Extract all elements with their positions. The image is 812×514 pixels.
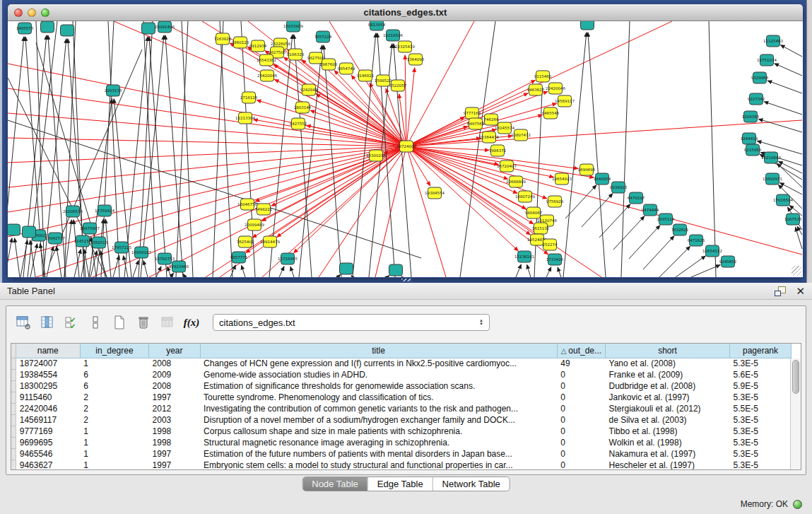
table-cell[interactable]: Franke et al. (2009): [606, 369, 730, 380]
graph-node-yellow[interactable]: 9146821: [357, 70, 375, 81]
select-columns-button[interactable]: ✔✔: [63, 314, 80, 331]
graph-node-yellow[interactable]: 20099489: [245, 219, 264, 230]
table-cell[interactable]: 5.3E-5: [729, 437, 791, 448]
graph-node-teal[interactable]: 17359924: [95, 205, 114, 216]
graph-node-teal[interactable]: [8, 224, 20, 235]
graph-node-yellow[interactable]: 7163822: [214, 33, 232, 45]
graph-node-yellow[interactable]: 5498222: [255, 204, 273, 215]
graph-node-yellow[interactable]: 20364436: [479, 132, 499, 143]
table-cell[interactable]: Tibbo et al. (1998): [606, 426, 730, 437]
table-cell[interactable]: 5.3E-5: [729, 392, 791, 403]
table-row[interactable]: 1938455462009Genome-wide association stu…: [11, 369, 792, 380]
graph-node-yellow[interactable]: 7625402: [237, 236, 254, 247]
delete-column-button[interactable]: [135, 314, 152, 331]
graph-node-teal[interactable]: 16210643: [761, 152, 781, 163]
table-cell[interactable]: 1: [80, 358, 148, 369]
table-cell[interactable]: 9465546: [16, 448, 80, 460]
table-cell[interactable]: 0: [557, 403, 605, 414]
table-cell[interactable]: Hescheler et al. (1997): [606, 460, 730, 470]
table-cell[interactable]: 14569117: [16, 414, 80, 426]
table-row[interactable]: 1872400712008Changes of HCN gene express…: [11, 358, 792, 369]
table-cell[interactable]: 18300295: [16, 380, 80, 392]
graph-node-teal[interactable]: [581, 21, 594, 30]
graph-node-yellow[interactable]: 10807472: [511, 129, 531, 141]
graph-node-teal[interactable]: 10975887: [80, 223, 100, 234]
graph-node-yellow[interactable]: 9777169: [464, 107, 481, 119]
table-selector-dropdown[interactable]: citations_edges.txt ▲▼: [213, 314, 490, 331]
table-cell[interactable]: Stergiakouli et al. (2012): [606, 403, 730, 414]
graph-node-teal[interactable]: [41, 21, 54, 33]
graph-node-teal[interactable]: 1350513: [90, 237, 108, 248]
graph-node-teal[interactable]: 15751074: [757, 54, 777, 66]
table-cell[interactable]: 9115460: [16, 392, 80, 403]
zoom-window-icon[interactable]: [41, 8, 49, 17]
table-cell[interactable]: 49: [557, 358, 605, 369]
table-cell[interactable]: Yano et al. (2008): [606, 358, 730, 369]
graph-node-teal[interactable]: 17016504: [773, 194, 793, 206]
table-cell[interactable]: 19384554: [16, 369, 80, 380]
table-row[interactable]: 946554611997Estimation of the future num…: [11, 448, 792, 460]
graph-node-teal[interactable]: [340, 263, 353, 274]
graph-node-teal[interactable]: 8215958: [744, 144, 762, 156]
function-builder-button[interactable]: f(x): [183, 314, 200, 331]
scrollbar-thumb[interactable]: [792, 360, 799, 394]
graph-node-yellow[interactable]: 2803144: [294, 102, 312, 113]
graph-node-teal[interactable]: 1405573: [16, 23, 34, 34]
graph-node-teal[interactable]: 10654112: [702, 245, 722, 257]
column-header-year[interactable]: year: [149, 344, 200, 358]
graph-node-yellow[interactable]: 19654923: [552, 173, 572, 185]
graph-node-yellow[interactable]: 16720407: [497, 160, 517, 172]
graph-node-teal[interactable]: 9474444: [642, 204, 659, 216]
table-row[interactable]: 1830029562008Estimation of significance …: [11, 380, 792, 392]
table-cell[interactable]: Changes of HCN gene expression and I(f) …: [200, 358, 557, 369]
table-cell[interactable]: Disruption of a novel member of a sodium…: [200, 414, 557, 426]
column-header-out-degree[interactable]: △out_de...: [557, 344, 605, 358]
graph-node-teal[interactable]: 15136141: [514, 251, 534, 262]
table-cell[interactable]: 5.3E-5: [729, 414, 791, 426]
table-cell[interactable]: 6: [80, 369, 148, 380]
table-cell[interactable]: 0: [557, 380, 605, 392]
table-cell[interactable]: Structural magnetic resonance image aver…: [200, 437, 557, 448]
table-cell[interactable]: 22420046: [16, 403, 80, 414]
graph-node-yellow[interactable]: 252274: [543, 239, 558, 250]
graph-node-yellow[interactable]: 746266: [484, 114, 499, 125]
graph-node-yellow[interactable]: 12325419: [395, 41, 415, 52]
table-cell[interactable]: Embryonic stem cells: a model to study s…: [200, 460, 557, 470]
table-cell[interactable]: Jankovic et al. (1997): [606, 392, 730, 403]
graph-node-yellow[interactable]: 1615132: [532, 223, 550, 234]
close-window-icon[interactable]: [14, 8, 23, 17]
table-cell[interactable]: 2003: [149, 414, 200, 426]
graph-node-teal[interactable]: 7857224: [314, 31, 332, 42]
graph-node-teal[interactable]: 12923468: [169, 261, 189, 272]
table-options-button[interactable]: ⚙: [15, 314, 32, 331]
tab-network-table[interactable]: Network Table: [433, 477, 510, 491]
table-row[interactable]: 1456911722003Disruption of a novel membe…: [11, 414, 792, 426]
table-cell[interactable]: 0: [557, 392, 605, 403]
graph-node-yellow[interactable]: 9242845: [300, 84, 318, 95]
graph-node-yellow[interactable]: 8522057: [389, 80, 407, 91]
float-window-icon[interactable]: [775, 286, 786, 296]
graph-node-yellow[interactable]: 9699695: [578, 164, 596, 175]
table-cell[interactable]: 2012: [149, 403, 200, 414]
table-cell[interactable]: 9777169: [16, 426, 80, 437]
graph-node-teal[interactable]: 9227342: [748, 93, 765, 105]
graph-node-teal[interactable]: 8938923: [610, 182, 628, 193]
graph-node-teal[interactable]: 15716485: [278, 253, 298, 264]
graph-node-teal[interactable]: [142, 23, 155, 34]
graph-node-yellow[interactable]: 9115460: [534, 71, 552, 82]
window-resize-grip[interactable]: [792, 266, 801, 276]
row-stack-button[interactable]: [87, 314, 104, 331]
table-cell[interactable]: 1: [80, 426, 148, 437]
column-header-pagerank[interactable]: pagerank: [729, 344, 791, 358]
close-panel-icon[interactable]: ✕: [796, 286, 805, 296]
graph-node-teal[interactable]: [61, 25, 74, 36]
table-cell[interactable]: 2008: [149, 380, 200, 392]
graph-node-yellow[interactable]: 9463627: [527, 84, 545, 95]
graph-node-yellow[interactable]: 14914479: [260, 236, 280, 247]
table-cell[interactable]: 1: [80, 437, 148, 448]
graph-node-teal[interactable]: 19218506: [383, 30, 403, 41]
graph-node-teal[interactable]: 1840954: [594, 173, 611, 185]
graph-node-yellow[interactable]: 14569117: [555, 95, 575, 107]
graph-node-teal[interactable]: 9245652: [719, 256, 737, 267]
table-cell[interactable]: 2: [80, 403, 148, 414]
